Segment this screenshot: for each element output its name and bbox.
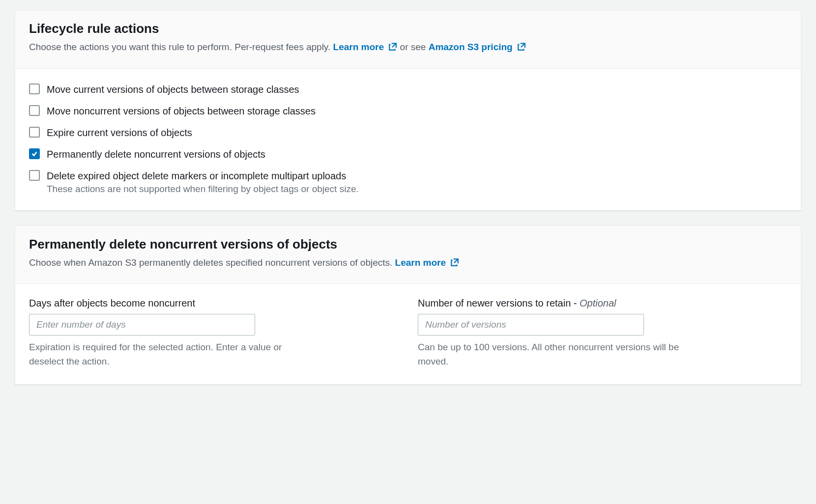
external-link-icon bbox=[517, 41, 526, 56]
checkbox-row-move-current: Move current versions of objects between… bbox=[29, 83, 787, 96]
checkbox-move-noncurrent[interactable] bbox=[29, 105, 40, 116]
checkbox-label: Permanently delete noncurrent versions o… bbox=[47, 147, 265, 161]
checkbox-label: Expire current versions of objects bbox=[47, 126, 192, 140]
form-grid: Days after objects become noncurrent Exp… bbox=[29, 298, 787, 368]
days-label: Days after objects become noncurrent bbox=[29, 298, 398, 309]
versions-label-optional: Optional bbox=[580, 298, 616, 308]
days-input[interactable] bbox=[29, 314, 255, 336]
panel-body: Move current versions of objects between… bbox=[15, 69, 801, 210]
delete-noncurrent-panel: Permanently delete noncurrent versions o… bbox=[15, 225, 801, 385]
panel-subtitle: Choose when Amazon S3 permanently delete… bbox=[29, 256, 787, 271]
versions-field: Number of newer versions to retain - Opt… bbox=[418, 298, 787, 368]
versions-label-pre: Number of newer versions to retain - bbox=[418, 298, 580, 308]
panel-header: Lifecycle rule actions Choose the action… bbox=[15, 10, 801, 69]
days-help: Expiration is required for the selected … bbox=[29, 340, 314, 368]
panel-title: Lifecycle rule actions bbox=[29, 21, 787, 36]
external-link-icon bbox=[388, 41, 397, 56]
versions-input[interactable] bbox=[418, 314, 644, 336]
checkbox-label: Move current versions of objects between… bbox=[47, 83, 299, 96]
lifecycle-rule-actions-panel: Lifecycle rule actions Choose the action… bbox=[15, 10, 801, 211]
checkbox-sublabel: These actions are not supported when fil… bbox=[47, 184, 359, 195]
pricing-link[interactable]: Amazon S3 pricing bbox=[429, 42, 526, 52]
subtitle-text: Choose the actions you want this rule to… bbox=[29, 42, 333, 52]
learn-more-link[interactable]: Learn more bbox=[333, 42, 400, 52]
checkbox-expire-current[interactable] bbox=[29, 127, 40, 138]
checkbox-label: Move noncurrent versions of objects betw… bbox=[47, 104, 316, 118]
checkbox-move-current[interactable] bbox=[29, 84, 40, 94]
checkbox-delete-markers[interactable] bbox=[29, 170, 40, 181]
or-see-text: or see bbox=[400, 42, 429, 52]
panel-header: Permanently delete noncurrent versions o… bbox=[15, 226, 801, 284]
checkbox-label: Delete expired object delete markers or … bbox=[47, 169, 359, 183]
checkbox-row-delete-markers: Delete expired object delete markers or … bbox=[29, 169, 787, 195]
panel-title: Permanently delete noncurrent versions o… bbox=[29, 237, 787, 252]
versions-label: Number of newer versions to retain - Opt… bbox=[418, 298, 787, 309]
versions-help: Can be up to 100 versions. All other non… bbox=[418, 340, 703, 368]
checkmark-icon bbox=[31, 150, 38, 157]
learn-more-text: Learn more bbox=[395, 257, 446, 268]
panel-body: Days after objects become noncurrent Exp… bbox=[15, 284, 801, 384]
pricing-link-text: Amazon S3 pricing bbox=[429, 42, 513, 52]
learn-more-link[interactable]: Learn more bbox=[395, 257, 460, 268]
checkbox-delete-noncurrent[interactable] bbox=[29, 148, 40, 159]
checkbox-row-expire-current: Expire current versions of objects bbox=[29, 126, 787, 140]
subtitle-text: Choose when Amazon S3 permanently delete… bbox=[29, 257, 395, 268]
panel-subtitle: Choose the actions you want this rule to… bbox=[29, 40, 787, 56]
checkbox-row-move-noncurrent: Move noncurrent versions of objects betw… bbox=[29, 104, 787, 118]
days-field: Days after objects become noncurrent Exp… bbox=[29, 298, 398, 368]
external-link-icon bbox=[450, 257, 459, 271]
checkbox-row-delete-noncurrent: Permanently delete noncurrent versions o… bbox=[29, 147, 787, 161]
learn-more-text: Learn more bbox=[333, 42, 384, 52]
